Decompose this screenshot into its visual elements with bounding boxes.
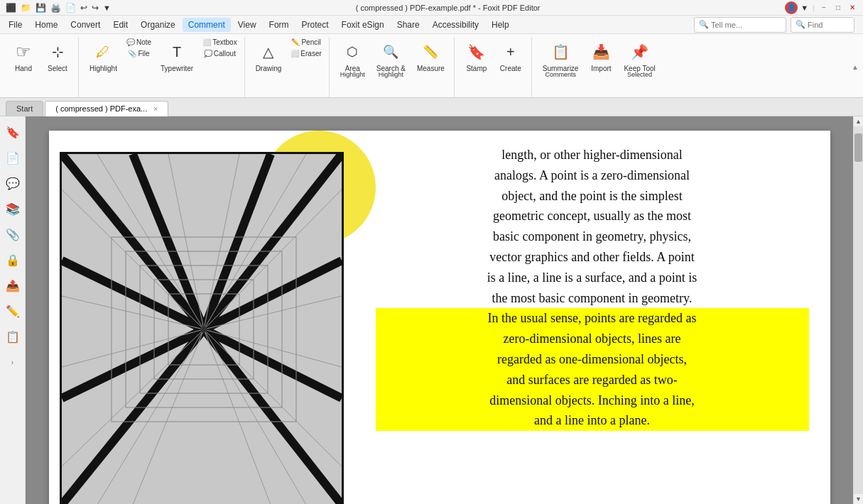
keep-tool-button[interactable]: 📌 Keep Tool Selected [619,37,660,82]
minimize-button[interactable]: − [819,3,829,13]
tab-close-button[interactable]: × [153,105,158,113]
sidebar-layers-icon[interactable]: 📚 [3,199,23,219]
more-icon[interactable]: ▼ [103,4,111,12]
ribbon-group-comments: 📋 Summarize Comments 📥 Import 📌 Keep Too… [533,37,665,97]
pencil-button[interactable]: ✏️ Pencil [288,37,324,48]
user-area: 👤 ▼ [785,1,808,14]
pdf-line-12: and surfaces are regarded as two- [376,370,809,390]
tell-me-search[interactable]: 🔍 [694,17,786,33]
menu-help[interactable]: Help [486,18,515,32]
pdf-line-4: geometric concept, usually as the most [376,206,809,226]
measure-button[interactable]: 📏 Measure [412,37,450,76]
textbox-callout-col: ⬜ Textbox 💭 Callout [200,37,239,59]
import-button[interactable]: 📥 Import [585,37,617,76]
sidebar-export-icon[interactable]: 📤 [3,275,23,295]
file-button[interactable]: 📎 File [124,48,154,59]
text-tools-col: 💬 Note 📎 File [124,37,154,59]
pdf-line-13: dimensional objects. Inching into a line… [376,390,809,411]
find-search[interactable]: 🔍 [791,17,854,33]
search-icon: 🔍 [699,20,709,29]
ribbon-group-stamp: 🔖 Stamp + Create [456,37,532,97]
highlight-button[interactable]: 🖊 Highlight [85,37,122,76]
callout-button[interactable]: 💭 Callout [200,48,239,59]
scroll-down-arrow[interactable]: ▼ [854,494,864,504]
ribbon: ☞ Hand ⊹ Select 🖊 Highlight 💬 Note [0,34,863,98]
menu-protect[interactable]: Protect [296,18,335,32]
ribbon-group-hand-select: ☞ Hand ⊹ Select [3,37,79,97]
sidebar-pen-icon[interactable]: ✏️ [3,301,23,321]
sidebar-comments-icon[interactable]: 💬 [3,173,23,193]
eraser-button[interactable]: ⬜ Eraser [288,48,324,59]
scroll-thumb[interactable] [854,133,862,162]
ribbon-collapse[interactable]: ▲ [852,37,860,97]
stamp-icon: 🔖 [465,40,488,63]
user-avatar: 👤 [785,1,798,14]
sidebar-attachments-icon[interactable]: 📎 [3,224,23,244]
right-scrollbar: ▲ ▼ [853,116,863,504]
select-button[interactable]: ⊹ Select [41,37,74,76]
pdf-line-2: analogs. A point is a zero-dimensional [376,165,809,186]
highlight-label: Highlight [89,65,117,72]
pencil-eraser-col: ✏️ Pencil ⬜ Eraser [288,37,324,59]
drawing-button[interactable]: △ Drawing [251,37,287,76]
typewriter-button[interactable]: T Typewriter [156,37,198,76]
drawing-buttons: △ Drawing ✏️ Pencil ⬜ Eraser [251,37,325,94]
app-icon-2: 📁 [21,3,31,13]
menu-form[interactable]: Form [264,18,295,32]
menu-share[interactable]: Share [391,18,425,32]
tab-pdf-label: ( compressed ) PDF-exa... [55,104,147,113]
geometric-art-svg [62,154,342,504]
tabs-bar: Start ( compressed ) PDF-exa... × [0,98,863,116]
note-button[interactable]: 💬 Note [124,37,154,48]
scroll-up-arrow[interactable]: ▲ [854,116,864,126]
menu-edit[interactable]: Edit [107,18,134,32]
tab-pdf[interactable]: ( compressed ) PDF-exa... × [45,101,168,116]
menu-comment[interactable]: Comment [183,18,231,32]
sidebar-bookmark-icon[interactable]: 🔖 [3,122,23,142]
file-label: File [138,50,149,57]
summarize-button[interactable]: 📋 Summarize Comments [538,37,584,82]
stamp-button[interactable]: 🔖 Stamp [460,37,493,76]
area-highlight-button[interactable]: ⬡ Area Highlight [335,37,370,82]
menu-foxit-esign[interactable]: Foxit eSign [336,18,390,32]
maximize-button[interactable]: □ [833,3,843,13]
pdf-image-container [60,152,344,504]
tell-me-input[interactable] [711,21,782,29]
menu-organize[interactable]: Organize [135,18,181,32]
create-button[interactable]: + Create [494,37,527,76]
undo-icon[interactable]: ↩ [80,3,87,13]
stamp-label: Stamp [466,65,487,72]
app-icon-5: 📄 [65,3,76,13]
title-bar-right: 👤 ▼ | − □ ✕ [785,1,857,14]
menu-accessibility[interactable]: Accessibility [427,18,484,32]
sidebar-stamp-icon[interactable]: 📋 [3,327,23,346]
sidebar-expand-arrow[interactable]: › [9,355,17,369]
pdf-text-section: length, or other higher-dimensional anal… [354,131,830,504]
highlight-icon: 🖊 [92,40,114,63]
find-input[interactable] [808,21,850,29]
ribbon-group-drawing: △ Drawing ✏️ Pencil ⬜ Eraser [246,37,330,97]
svg-point-32 [200,326,207,333]
menu-view[interactable]: View [232,18,262,32]
find-icon: 🔍 [796,20,805,29]
scroll-track[interactable] [854,126,863,494]
close-button[interactable]: ✕ [847,3,857,13]
menu-home[interactable]: Home [29,18,63,32]
sidebar-security-icon[interactable]: 🔒 [3,250,23,270]
user-dropdown-icon[interactable]: ▼ [800,4,808,12]
title-bar: ⬛ 📁 💾 🖨️ 📄 ↩ ↪ ▼ ( compressed ) PDF-exam… [0,0,863,16]
textbox-icon: ⬜ [202,38,211,46]
note-icon: 💬 [126,38,135,46]
app-icon-1: ⬛ [6,3,16,13]
sidebar-pages-icon[interactable]: 📄 [3,148,23,168]
redo-icon[interactable]: ↪ [92,3,99,13]
tab-start[interactable]: Start [6,101,43,116]
menu-convert[interactable]: Convert [65,18,106,32]
summarize-icon: 📋 [549,40,572,63]
eraser-label: Eraser [300,50,321,57]
hand-button[interactable]: ☞ Hand [7,37,40,76]
menu-file[interactable]: File [3,18,28,32]
pdf-line-7: is a line, a line is a surface, and a po… [376,268,809,288]
search-highlight-button[interactable]: 🔍 Search & Highlight [371,37,411,82]
textbox-button[interactable]: ⬜ Textbox [200,37,239,48]
